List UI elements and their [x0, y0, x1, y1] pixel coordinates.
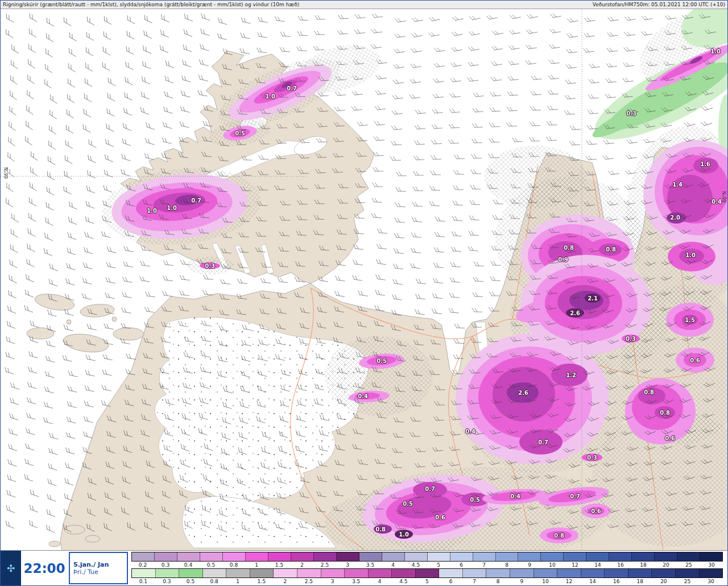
legend-tick: 16 — [609, 562, 632, 568]
legend-color-cell — [321, 569, 345, 577]
legend-tick: 14 — [586, 562, 609, 568]
legend-color-cell — [450, 552, 473, 561]
legend-tick: 8 — [486, 578, 510, 585]
legend-color-cell — [473, 552, 496, 561]
legend-color-cell — [268, 552, 291, 561]
legend-color-cell — [250, 569, 274, 577]
legend-color-cell — [392, 569, 416, 577]
legend-tick: 3 — [321, 578, 345, 585]
legend-tick: 1.5 — [268, 562, 291, 568]
legend-tick: 10 — [533, 578, 557, 585]
legend-tick: 10 — [541, 562, 564, 568]
legend-color-cell — [652, 569, 676, 577]
legend-color-cell — [541, 552, 564, 561]
legend-tick: 1 — [245, 562, 268, 568]
legend-tick: 30 — [699, 578, 723, 585]
weekday-label: Þri./ Tue — [73, 568, 127, 576]
legend-color-cell — [156, 569, 180, 577]
legend-tick-row: 0.10.30.50.811.522.533.544.5567891012141… — [131, 578, 723, 585]
legend-color-cell — [359, 552, 382, 561]
legend-color-cell — [291, 552, 314, 561]
legend-tick: 9 — [510, 578, 534, 585]
legend-tick: 0.2 — [131, 562, 154, 568]
legend-color-cell — [581, 569, 605, 577]
legend-color-cell — [132, 552, 155, 561]
legend-tick-row: 0.20.30.40.50.811.522.533.544.5567891012… — [131, 562, 723, 568]
date-box: 5.jan./ Jan Þri./ Tue — [69, 552, 128, 584]
legend-color-cell — [605, 569, 628, 577]
legend-color-cell — [177, 552, 200, 561]
legend-tick: 18 — [628, 578, 652, 585]
legend-tick: 3.5 — [359, 562, 382, 568]
legend-color-cell — [200, 552, 223, 561]
legend-tick: 2 — [274, 578, 297, 585]
model-run-info: Veðurstofan/HM750m: 05.01.2021 12:00 UTC… — [593, 2, 725, 7]
legend-tick: 6 — [450, 562, 473, 568]
legend-tick: 7 — [473, 562, 495, 568]
legend-tick: 16 — [605, 578, 628, 585]
legend-tick: 30 — [700, 562, 723, 568]
legend: 0.20.30.40.50.811.522.533.544.5567891012… — [129, 551, 727, 585]
legend-tick: 0.8 — [222, 562, 245, 568]
legend-tick: 18 — [632, 562, 655, 568]
legend-tick: 2.5 — [313, 562, 336, 568]
legend-color-cell — [439, 569, 463, 577]
legend-color-cell — [677, 552, 700, 561]
legend-tick: 3.5 — [344, 578, 368, 585]
legend-tick: 4 — [382, 562, 404, 568]
legend-color-cell — [557, 569, 581, 577]
legend-color-cell — [700, 552, 722, 561]
legend-tick: 9 — [518, 562, 541, 568]
legend-color-cell — [226, 569, 250, 577]
legend-color-cell — [463, 569, 487, 577]
legend-tick: 0.5 — [200, 562, 222, 568]
valid-time: 22:00 — [21, 551, 68, 585]
legend-color-cell — [586, 552, 609, 561]
legend-tick: 12 — [564, 562, 586, 568]
legend-color-cell — [132, 569, 156, 577]
legend-tick: 6 — [439, 578, 463, 585]
legend-tick: 20 — [655, 562, 677, 568]
weather-map-svg — [1, 9, 728, 551]
legend-tick: 7 — [462, 578, 486, 585]
legend-color-cell — [345, 569, 369, 577]
legend-tick: 5 — [415, 578, 439, 585]
legend-color-cell — [155, 552, 177, 561]
legend-color-cell — [246, 552, 268, 561]
legend-color-cell — [510, 569, 534, 577]
legend-tick: 20 — [652, 578, 676, 585]
footer-bar: ✣ 22:00 5.jan./ Jan Þri./ Tue 0.20.30.40… — [1, 550, 727, 585]
legend-color-cell — [655, 552, 677, 561]
legend-color-cell — [179, 569, 203, 577]
legend-bar-slydda-snjokoma — [131, 552, 723, 562]
legend-tick: 2.5 — [297, 578, 321, 585]
legend-tick: 0.8 — [202, 578, 226, 585]
legend-tick: 4.5 — [392, 578, 416, 585]
legend-tick: 5 — [427, 562, 450, 568]
header-bar: Rigning/skúrir (grænt/blátt/rautt - mm/1… — [1, 1, 727, 9]
legend-color-cell — [405, 552, 428, 561]
legend-color-cell — [297, 569, 321, 577]
legend-color-cell — [534, 569, 558, 577]
legend-color-cell — [632, 552, 655, 561]
legend-color-cell — [314, 552, 337, 561]
legend-color-cell — [676, 569, 700, 577]
legend-color-cell — [203, 569, 227, 577]
legend-color-cell — [496, 552, 519, 561]
map-area: 0.71.00.50.71.01.00.30.50.40.80.90.82.12… — [1, 9, 728, 551]
legend-color-cell — [382, 552, 405, 561]
legend-tick: 4 — [368, 578, 392, 585]
legend-color-cell — [486, 569, 510, 577]
legend-color-cell — [223, 552, 246, 561]
legend-tick: 1.5 — [250, 578, 274, 585]
legend-tick: 4.5 — [404, 562, 427, 568]
legend-color-cell — [700, 569, 723, 577]
legend-tick: 14 — [581, 578, 605, 585]
legend-color-cell — [609, 552, 632, 561]
legend-tick: 25 — [677, 562, 700, 568]
legend-color-cell — [416, 569, 440, 577]
legend-tick: 1 — [226, 578, 250, 585]
legend-color-cell — [518, 552, 541, 561]
brand-box: ✣ — [1, 551, 21, 585]
legend-color-cell — [564, 552, 586, 561]
